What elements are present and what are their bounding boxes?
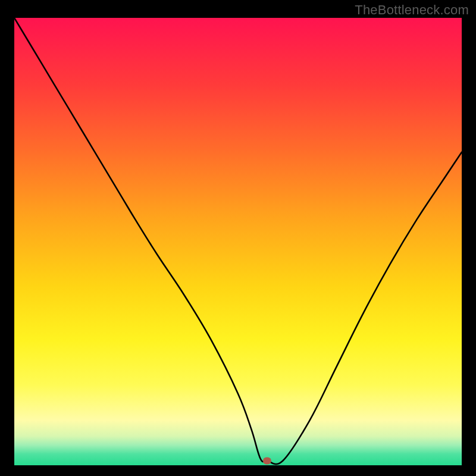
watermark-text: TheBottleneck.com — [355, 2, 469, 18]
bottleneck-chart — [14, 18, 462, 465]
optimum-marker — [263, 457, 271, 464]
chart-frame: TheBottleneck.com — [0, 0, 476, 476]
gradient-rect — [14, 18, 462, 465]
plot-area — [14, 18, 462, 465]
